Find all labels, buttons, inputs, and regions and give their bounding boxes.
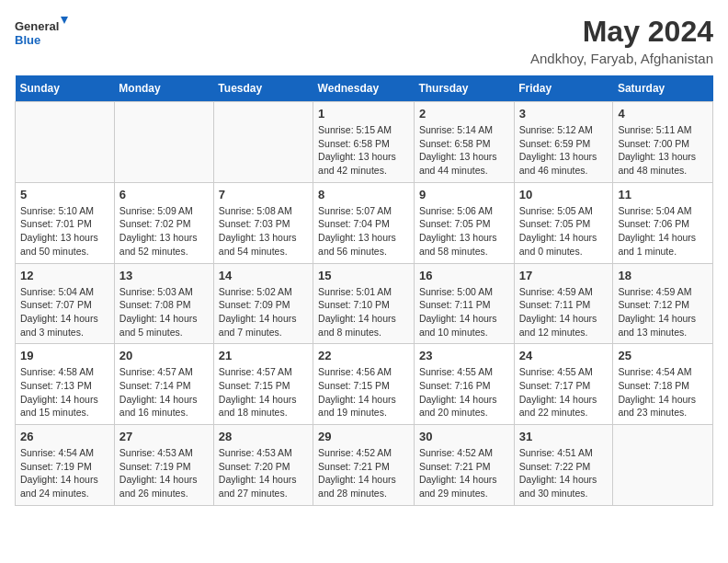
cell-info: Sunrise: 4:59 AMSunset: 7:11 PMDaylight:… (519, 285, 609, 339)
svg-marker-2 (61, 17, 68, 24)
calendar-cell: 17Sunrise: 4:59 AMSunset: 7:11 PMDayligh… (514, 263, 613, 344)
week-row-2: 5Sunrise: 5:10 AMSunset: 7:01 PMDaylight… (16, 182, 713, 263)
cell-info: Sunrise: 5:02 AMSunset: 7:09 PMDaylight:… (219, 285, 308, 339)
calendar-cell: 23Sunrise: 4:55 AMSunset: 7:16 PMDayligh… (414, 344, 514, 425)
day-number: 5 (20, 188, 109, 201)
day-number: 6 (119, 188, 209, 201)
calendar-cell: 12Sunrise: 5:04 AMSunset: 7:07 PMDayligh… (16, 263, 115, 344)
title-area: May 2024 Andkhoy, Faryab, Afghanistan (530, 15, 713, 66)
calendar-cell: 21Sunrise: 4:57 AMSunset: 7:15 PMDayligh… (213, 344, 313, 425)
day-number: 13 (119, 269, 209, 282)
calendar-table: SundayMondayTuesdayWednesdayThursdayFrid… (15, 75, 713, 506)
cell-info: Sunrise: 5:11 AMSunset: 7:00 PMDaylight:… (618, 123, 708, 178)
calendar-cell: 9Sunrise: 5:06 AMSunset: 7:05 PMDaylight… (414, 182, 514, 263)
calendar-cell: 15Sunrise: 5:01 AMSunset: 7:10 PMDayligh… (313, 263, 415, 344)
cell-info: Sunrise: 5:04 AMSunset: 7:06 PMDaylight:… (618, 204, 708, 259)
logo-icon: GeneralBlue (15, 15, 70, 52)
calendar-cell: 2Sunrise: 5:14 AMSunset: 6:58 PMDaylight… (414, 102, 514, 183)
cell-info: Sunrise: 4:53 AMSunset: 7:20 PMDaylight:… (219, 446, 308, 500)
header-tuesday: Tuesday (213, 75, 313, 102)
day-number: 9 (419, 188, 509, 201)
page-header: GeneralBlue May 2024 Andkhoy, Faryab, Af… (15, 15, 713, 66)
day-number: 30 (419, 430, 509, 443)
page-title: May 2024 (530, 15, 713, 49)
cell-info: Sunrise: 5:06 AMSunset: 7:05 PMDaylight:… (419, 204, 509, 259)
header-wednesday: Wednesday (313, 75, 415, 102)
day-number: 23 (419, 349, 509, 362)
day-number: 14 (219, 269, 308, 282)
calendar-cell: 31Sunrise: 4:51 AMSunset: 7:22 PMDayligh… (514, 425, 613, 506)
cell-info: Sunrise: 5:01 AMSunset: 7:10 PMDaylight:… (318, 285, 409, 339)
cell-info: Sunrise: 5:07 AMSunset: 7:04 PMDaylight:… (318, 204, 409, 259)
calendar-cell: 3Sunrise: 5:12 AMSunset: 6:59 PMDaylight… (514, 102, 613, 183)
calendar-cell: 26Sunrise: 4:54 AMSunset: 7:19 PMDayligh… (16, 425, 115, 506)
calendar-cell: 25Sunrise: 4:54 AMSunset: 7:18 PMDayligh… (613, 344, 713, 425)
calendar-cell: 20Sunrise: 4:57 AMSunset: 7:14 PMDayligh… (114, 344, 213, 425)
cell-info: Sunrise: 4:55 AMSunset: 7:17 PMDaylight:… (519, 365, 609, 419)
day-number: 4 (618, 107, 708, 121)
page-subtitle: Andkhoy, Faryab, Afghanistan (530, 51, 713, 66)
cell-info: Sunrise: 5:03 AMSunset: 7:08 PMDaylight:… (119, 285, 209, 339)
calendar-cell: 6Sunrise: 5:09 AMSunset: 7:02 PMDaylight… (114, 182, 213, 263)
cell-info: Sunrise: 5:08 AMSunset: 7:03 PMDaylight:… (219, 204, 308, 259)
cell-info: Sunrise: 4:54 AMSunset: 7:18 PMDaylight:… (618, 365, 708, 419)
calendar-cell: 27Sunrise: 4:53 AMSunset: 7:19 PMDayligh… (114, 425, 213, 506)
cell-info: Sunrise: 4:58 AMSunset: 7:13 PMDaylight:… (20, 365, 109, 419)
cell-info: Sunrise: 4:52 AMSunset: 7:21 PMDaylight:… (318, 446, 409, 500)
week-row-3: 12Sunrise: 5:04 AMSunset: 7:07 PMDayligh… (16, 263, 713, 344)
cell-info: Sunrise: 5:00 AMSunset: 7:11 PMDaylight:… (419, 285, 509, 339)
calendar-cell: 4Sunrise: 5:11 AMSunset: 7:00 PMDaylight… (613, 102, 713, 183)
calendar-cell (213, 102, 313, 183)
calendar-cell (114, 102, 213, 183)
calendar-cell: 19Sunrise: 4:58 AMSunset: 7:13 PMDayligh… (16, 344, 115, 425)
calendar-cell: 16Sunrise: 5:00 AMSunset: 7:11 PMDayligh… (414, 263, 514, 344)
calendar-cell: 10Sunrise: 5:05 AMSunset: 7:05 PMDayligh… (514, 182, 613, 263)
day-number: 16 (419, 269, 509, 282)
day-number: 20 (119, 349, 209, 362)
calendar-cell: 30Sunrise: 4:52 AMSunset: 7:21 PMDayligh… (414, 425, 514, 506)
cell-info: Sunrise: 5:04 AMSunset: 7:07 PMDaylight:… (20, 285, 109, 339)
calendar-cell: 18Sunrise: 4:59 AMSunset: 7:12 PMDayligh… (613, 263, 713, 344)
header-monday: Monday (114, 75, 213, 102)
cell-info: Sunrise: 5:15 AMSunset: 6:58 PMDaylight:… (318, 123, 409, 178)
calendar-cell: 29Sunrise: 4:52 AMSunset: 7:21 PMDayligh… (313, 425, 415, 506)
day-number: 26 (20, 430, 109, 443)
day-number: 22 (318, 349, 409, 362)
day-number: 1 (318, 107, 409, 121)
logo: GeneralBlue (15, 15, 70, 52)
cell-info: Sunrise: 4:53 AMSunset: 7:19 PMDaylight:… (119, 446, 209, 500)
day-number: 2 (419, 107, 509, 121)
cell-info: Sunrise: 4:51 AMSunset: 7:22 PMDaylight:… (519, 446, 609, 500)
day-number: 18 (618, 269, 708, 282)
day-number: 31 (519, 430, 609, 443)
calendar-cell (613, 425, 713, 506)
day-number: 11 (618, 188, 708, 201)
header-thursday: Thursday (414, 75, 514, 102)
day-number: 3 (519, 107, 609, 121)
cell-info: Sunrise: 4:59 AMSunset: 7:12 PMDaylight:… (618, 285, 708, 339)
calendar-cell (16, 102, 115, 183)
day-number: 27 (119, 430, 209, 443)
header-sunday: Sunday (16, 75, 115, 102)
cell-info: Sunrise: 4:56 AMSunset: 7:15 PMDaylight:… (318, 365, 409, 419)
calendar-cell: 1Sunrise: 5:15 AMSunset: 6:58 PMDaylight… (313, 102, 415, 183)
header-saturday: Saturday (613, 75, 713, 102)
svg-text:General: General (15, 19, 59, 33)
day-number: 29 (318, 430, 409, 443)
day-number: 17 (519, 269, 609, 282)
cell-info: Sunrise: 4:57 AMSunset: 7:15 PMDaylight:… (219, 365, 308, 419)
day-number: 25 (618, 349, 708, 362)
calendar-cell: 5Sunrise: 5:10 AMSunset: 7:01 PMDaylight… (16, 182, 115, 263)
day-number: 12 (20, 269, 109, 282)
calendar-cell: 24Sunrise: 4:55 AMSunset: 7:17 PMDayligh… (514, 344, 613, 425)
header-row: SundayMondayTuesdayWednesdayThursdayFrid… (16, 75, 713, 102)
cell-info: Sunrise: 5:05 AMSunset: 7:05 PMDaylight:… (519, 204, 609, 259)
day-number: 19 (20, 349, 109, 362)
cell-info: Sunrise: 5:14 AMSunset: 6:58 PMDaylight:… (419, 123, 509, 178)
calendar-cell: 13Sunrise: 5:03 AMSunset: 7:08 PMDayligh… (114, 263, 213, 344)
day-number: 8 (318, 188, 409, 201)
cell-info: Sunrise: 5:10 AMSunset: 7:01 PMDaylight:… (20, 204, 109, 259)
cell-info: Sunrise: 4:55 AMSunset: 7:16 PMDaylight:… (419, 365, 509, 419)
day-number: 28 (219, 430, 308, 443)
day-number: 24 (519, 349, 609, 362)
